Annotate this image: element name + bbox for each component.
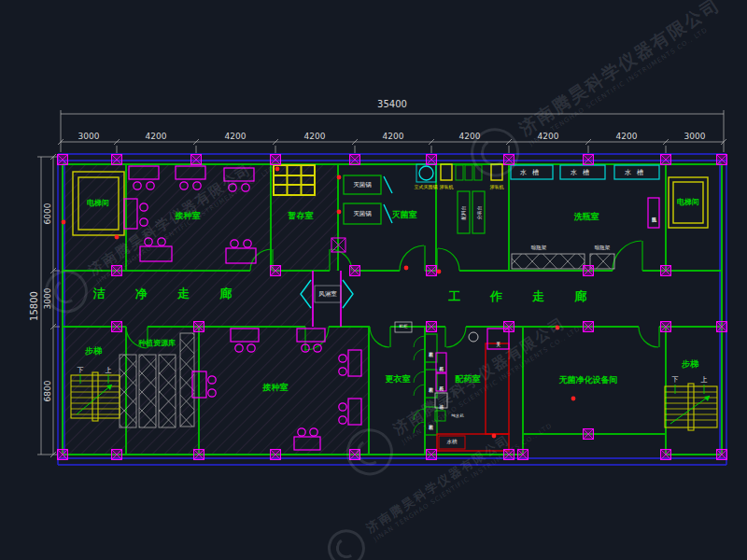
cad-floorplan-canvas: 济南腾昊科学仪器有限公司JINAN TENGHAO SCIENTIFIC INS… — [0, 0, 747, 560]
dispensing-room-equipment — [435, 329, 509, 451]
filling-room-equipment — [441, 164, 502, 233]
elevator-right — [669, 177, 708, 228]
changing-room-lockers — [395, 322, 437, 435]
room-hatching — [63, 164, 369, 455]
sterilizer-pots — [331, 164, 436, 252]
bottle-washing-equipment — [511, 165, 659, 269]
stairs-right — [665, 384, 717, 430]
floorplan-drawing — [0, 0, 747, 560]
